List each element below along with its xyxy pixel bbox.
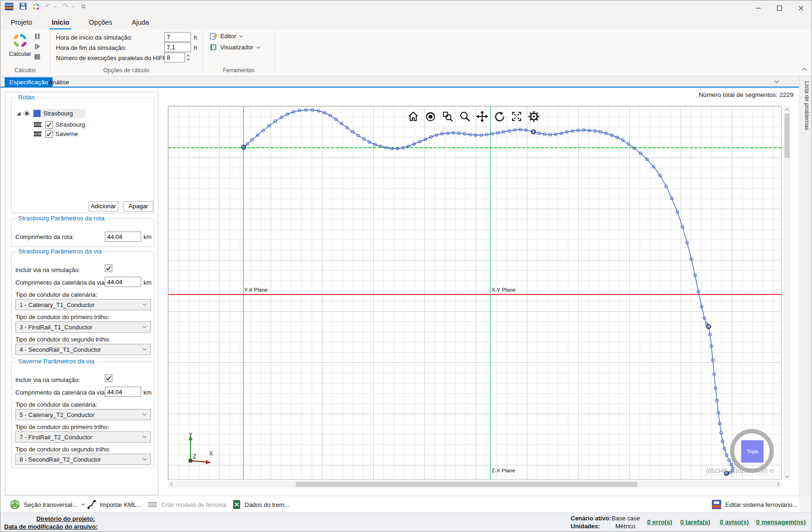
warnings-link[interactable]: 0 aviso(s) <box>720 518 749 525</box>
tree-child-label: Strasbourg <box>55 121 85 128</box>
undo-dropdown-icon[interactable] <box>53 6 57 8</box>
first-rail-conductor-select[interactable]: 3 - FirstRail_T1_Conductor <box>15 321 151 333</box>
pan-icon[interactable] <box>476 110 489 123</box>
calculate-button[interactable]: Calcular <box>8 32 32 63</box>
create-railway-model-button[interactable]: Criar modelo de ferrovia <box>147 496 226 513</box>
hifreq-parallel-input[interactable] <box>164 53 185 62</box>
axis-y-label: Y <box>189 432 192 438</box>
route-radio[interactable] <box>24 110 30 116</box>
tasks-link[interactable]: 0 tarefa(s) <box>680 518 710 525</box>
application-window: ↶ ↷ Projeto Início Opções Ajuda <box>0 0 812 532</box>
file-modified-link[interactable]: Data de modificação do arquivo: <box>4 523 98 530</box>
sim-start-label: Hora de início da simulação: <box>56 34 132 41</box>
sim-end-input[interactable] <box>164 42 191 52</box>
chevron-down-icon <box>143 458 147 461</box>
tab-projeto[interactable]: Projeto <box>9 18 34 27</box>
second-rail-conductor-select[interactable]: 8 - SecondRail_T2_Conductor <box>15 454 151 465</box>
segments-total-label: Número total de segmentos: 2229 <box>699 91 793 98</box>
pause-button[interactable] <box>34 33 41 40</box>
first-rail-conductor-select[interactable]: 7 - FirstRail_T2_Conductor <box>15 431 151 443</box>
zoom-region-icon[interactable] <box>441 110 454 123</box>
vertical-scrollbar[interactable] <box>784 106 791 480</box>
scroll-up-icon[interactable] <box>784 106 791 113</box>
vertical-scroll-thumb[interactable] <box>785 114 790 158</box>
tab-opcoes[interactable]: Opções <box>87 18 114 27</box>
sim-end-unit: h <box>194 44 197 51</box>
visualizer-dropdown[interactable]: Visualizador <box>210 43 260 51</box>
viewport-toolbar <box>407 110 540 123</box>
errors-link[interactable]: 0 erro(s) <box>647 518 672 525</box>
redo-icon[interactable]: ↷ <box>62 2 68 10</box>
tree-root-row[interactable]: Strasbourg <box>16 109 85 118</box>
close-button[interactable] <box>790 0 812 15</box>
horizontal-scroll-thumb[interactable] <box>296 482 637 487</box>
tree-child-row[interactable]: Strasbourg <box>33 120 85 129</box>
doctabs-overflow-icon[interactable] <box>774 80 779 83</box>
tree-expander-icon[interactable] <box>16 111 21 116</box>
sim-start-unit: h <box>194 34 197 41</box>
settings-gear-icon[interactable] <box>527 110 540 123</box>
first-rail-conductor-value: 3 - FirstRail_T1_Conductor <box>20 324 92 331</box>
visualizer-icon <box>210 43 218 51</box>
axis-x-label: X <box>209 450 213 457</box>
quick-calculate-icon[interactable] <box>32 3 40 11</box>
editor-dropdown[interactable]: Editor <box>210 32 243 40</box>
problems-list-strip[interactable]: Lista de problemas <box>799 76 812 496</box>
include-track-checkbox[interactable] <box>105 265 112 272</box>
add-route-button[interactable]: Adicionar <box>89 201 118 211</box>
tab-inicio[interactable]: Início <box>50 18 71 27</box>
import-kml-label: Importar KML... <box>100 501 142 508</box>
project-directory-link[interactable]: Diretório do projeto: <box>36 515 95 522</box>
delete-route-button[interactable]: Apagar <box>123 201 153 211</box>
chevron-down-icon <box>143 348 147 351</box>
group-label-opcoes-calculo: Opções de cálculo <box>50 67 203 74</box>
save-button-icon[interactable] <box>20 3 27 10</box>
view-cube[interactable]: Topo <box>741 440 764 463</box>
geometry-viewport[interactable]: Y-X Plane X-Y Plane Z-X Plane Y Z X <box>168 106 782 480</box>
collapse-ribbon-icon[interactable] <box>802 68 807 71</box>
train-data-button[interactable]: Dados do trem... <box>232 496 289 513</box>
route-length-input[interactable] <box>105 232 141 242</box>
stop-button[interactable] <box>34 54 41 60</box>
step-button[interactable] <box>34 43 41 50</box>
scroll-left-icon[interactable] <box>168 481 175 488</box>
home-icon[interactable] <box>407 110 420 123</box>
catenary-conductor-select[interactable]: 5 - Catenary_T2_Conductor <box>15 409 151 420</box>
tab-ajuda[interactable]: Ajuda <box>130 18 151 27</box>
horizontal-scrollbar[interactable] <box>168 481 782 488</box>
include-track-checkbox[interactable] <box>105 375 112 382</box>
app-icon[interactable] <box>5 3 14 10</box>
maximize-button[interactable] <box>769 0 790 15</box>
railway-system-icon <box>711 499 722 510</box>
redo-dropdown-icon[interactable] <box>71 6 75 8</box>
fit-extents-icon[interactable] <box>510 110 523 123</box>
hifreq-spinner[interactable] <box>185 53 191 62</box>
sim-start-input[interactable] <box>164 32 191 42</box>
sim-end-label: Hora de fim da simulação: <box>56 44 126 51</box>
route-color-swatch[interactable] <box>34 110 41 117</box>
catenary-length-input[interactable] <box>105 387 141 397</box>
track-checkbox[interactable] <box>45 121 53 129</box>
catenary-conductor-select[interactable]: 1 - Catenary_T1_Conductor <box>15 299 151 310</box>
first-rail-conductor-value: 7 - FirstRail_T2_Conductor <box>20 434 92 441</box>
catenary-length-input[interactable] <box>105 277 141 287</box>
eye-icon[interactable] <box>424 110 437 123</box>
edit-railway-system-button[interactable]: Editar sistema ferroviário... <box>711 496 798 513</box>
scroll-right-icon[interactable] <box>775 481 782 488</box>
messages-link[interactable]: 0 mensagem(ns) <box>756 518 806 525</box>
tree-child-row[interactable]: Saverne <box>33 130 78 138</box>
tree-root-label: Strasbourg <box>43 110 73 117</box>
rotate-icon[interactable] <box>493 110 506 123</box>
scroll-down-icon[interactable] <box>784 473 791 480</box>
cross-section-button[interactable]: Seção transversal... <box>10 496 85 513</box>
catenary-length-unit: km <box>143 279 151 286</box>
customize-toolbar-icon[interactable] <box>81 5 86 9</box>
second-rail-conductor-select[interactable]: 4 - SecondRail_T1_Conductor <box>15 344 151 355</box>
ribbon-tab-strip: Projeto Início Opções Ajuda <box>0 15 812 29</box>
tab-analise[interactable]: Análise <box>44 77 74 88</box>
undo-icon[interactable]: ↶ <box>45 2 51 10</box>
zoom-icon[interactable] <box>458 110 471 123</box>
track-checkbox[interactable] <box>45 130 53 138</box>
import-kml-button[interactable]: Importar KML... <box>87 496 142 513</box>
minimize-button[interactable] <box>747 0 769 15</box>
